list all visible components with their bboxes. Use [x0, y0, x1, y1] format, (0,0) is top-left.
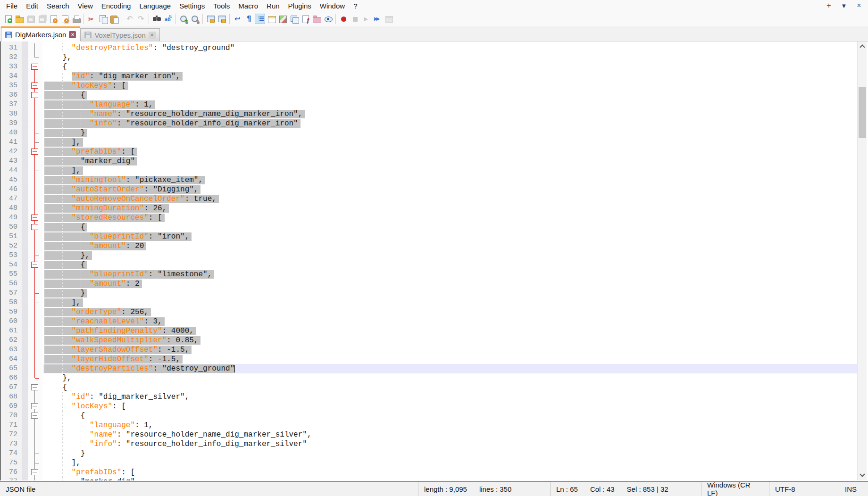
code-line[interactable]: ], — [43, 166, 857, 175]
close-tab-icon[interactable]: × — [149, 32, 156, 39]
zoom-out-button[interactable] — [190, 14, 200, 24]
code-line[interactable]: } — [43, 128, 857, 138]
menu-edit[interactable]: Edit — [22, 1, 42, 11]
find-button[interactable] — [151, 14, 162, 24]
sync-horizontal-button[interactable] — [217, 14, 227, 24]
code-line[interactable]: "reachableLevel": 3, — [43, 317, 857, 326]
macro-record-button[interactable] — [338, 14, 349, 24]
status-eol-format[interactable]: Windows (CR LF) — [701, 482, 769, 496]
code-line[interactable]: "id": "dig_marker_silver", — [43, 392, 857, 402]
close-all-button[interactable] — [59, 14, 70, 24]
code-line[interactable]: "miningDuration": 26, — [43, 204, 857, 213]
menu-view[interactable]: View — [74, 1, 97, 11]
close-button[interactable]: × — [855, 1, 863, 10]
document-list-button[interactable] — [289, 14, 299, 24]
fold-collapse-box-icon[interactable] — [31, 149, 38, 155]
word-wrap-button[interactable] — [232, 14, 242, 24]
zoom-in-button[interactable] — [178, 14, 189, 24]
code-line[interactable]: "info": "resource_holder_info_dig_marker… — [43, 439, 857, 449]
code-line[interactable]: "language": 1, — [43, 421, 857, 430]
menu-macro[interactable]: Macro — [234, 1, 262, 11]
code-line[interactable]: "autoStartOrder": "Digging", — [43, 185, 857, 194]
code-line[interactable]: "miningTool": "pickaxe_item", — [43, 175, 857, 185]
code-line[interactable]: "info": "resource_holder_info_dig_marker… — [43, 119, 857, 128]
new-file-button[interactable] — [3, 14, 13, 24]
status-encoding[interactable]: UTF-8 — [769, 482, 839, 496]
paste-button[interactable] — [109, 14, 119, 24]
undo-button[interactable] — [125, 14, 135, 24]
code-line[interactable]: ], — [43, 298, 857, 307]
code-line[interactable]: }, — [43, 53, 857, 62]
save-all-button[interactable] — [37, 14, 47, 24]
code-line[interactable]: "blueprintId": "limestone", — [43, 270, 857, 279]
code-line[interactable]: "pathfindingPenalty": 4000, — [43, 326, 857, 336]
vertical-scrollbar[interactable] — [857, 41, 867, 480]
monitoring-button[interactable] — [323, 14, 333, 24]
tab-list-dropdown-button[interactable]: ▼ — [840, 2, 848, 9]
cut-button[interactable] — [86, 14, 97, 24]
code-line[interactable]: "blueprintId": "iron", — [43, 232, 857, 241]
code-line[interactable]: } — [43, 449, 857, 458]
code-line[interactable]: "amount": 20 — [43, 241, 857, 251]
macro-play-button[interactable] — [361, 14, 371, 24]
menu-window[interactable]: Window — [316, 1, 349, 11]
code-line[interactable]: "name": "resource_holder_name_dig_marker… — [43, 430, 857, 439]
tab-voxeltypes-json[interactable]: VoxelTypes.json× — [80, 28, 159, 41]
code-line[interactable]: ], — [43, 458, 857, 468]
redo-button[interactable] — [136, 14, 146, 24]
fold-collapse-box-icon[interactable] — [31, 224, 38, 230]
code-line[interactable]: "layerHideOffset": -1.5, — [43, 355, 857, 364]
menu-search[interactable]: Search — [42, 1, 74, 11]
menu-run[interactable]: Run — [262, 1, 284, 11]
code-line[interactable]: "layerShadowOffset": -1.5, — [43, 345, 857, 355]
code-line[interactable]: }, — [43, 251, 857, 260]
code-line[interactable]: { — [43, 62, 857, 72]
code-line[interactable]: "locKeys": [ — [43, 81, 857, 91]
macro-stop-button[interactable] — [350, 14, 360, 24]
code-line[interactable]: "autoRemoveOnCancelOrder": true, — [43, 194, 857, 204]
code-line[interactable]: "marker_dig" — [43, 477, 857, 480]
code-line[interactable]: "storedResources": [ — [43, 213, 857, 223]
close-file-button[interactable] — [48, 14, 58, 24]
fold-collapse-box-icon[interactable] — [31, 403, 38, 409]
function-list-button[interactable] — [300, 14, 310, 24]
save-button[interactable] — [25, 14, 36, 24]
show-all-characters-button[interactable] — [243, 14, 254, 24]
fold-collapse-box-icon[interactable] — [31, 469, 38, 475]
code-line[interactable]: "walkSpeedMultiplier": 0.85, — [43, 336, 857, 345]
bookmark-margin[interactable] — [22, 41, 28, 480]
fold-collapse-box-icon[interactable] — [31, 83, 38, 89]
code-line[interactable]: { — [43, 411, 857, 421]
code-line[interactable]: "prefabIDs": [ — [43, 147, 857, 157]
code-line[interactable]: "name": "resource_holder_name_dig_marker… — [43, 109, 857, 119]
fold-collapse-box-icon[interactable] — [31, 262, 38, 268]
menu-language[interactable]: Language — [135, 1, 175, 11]
menu-settings[interactable]: Settings — [175, 1, 209, 11]
fold-collapse-box-icon[interactable] — [31, 413, 38, 419]
sync-vertical-button[interactable] — [205, 14, 216, 24]
document-map-button[interactable] — [277, 14, 288, 24]
new-tab-button[interactable]: + — [825, 1, 833, 10]
code-line[interactable]: "prefabIDs": [ — [43, 468, 857, 477]
editor[interactable]: 3132333435363738394041424344454647484950… — [0, 41, 857, 480]
folder-as-workspace-button[interactable] — [311, 14, 322, 24]
menu-plugins[interactable]: Plugins — [284, 1, 316, 11]
fold-margin[interactable] — [28, 41, 42, 480]
fold-collapse-box-icon[interactable] — [31, 384, 38, 390]
code-line[interactable]: "language": 1, — [43, 100, 857, 109]
code-line[interactable]: "amount": 2 — [43, 279, 857, 289]
user-defined-dialog-button[interactable] — [266, 14, 276, 24]
code-line[interactable]: "destroyParticles": "destroy_ground" — [43, 364, 857, 373]
code-line[interactable]: { — [43, 260, 857, 270]
scrollbar-thumb[interactable] — [859, 87, 866, 138]
tab-digmarkers-json[interactable]: DigMarkers.json× — [1, 26, 80, 41]
open-file-button[interactable] — [14, 14, 25, 24]
copy-button[interactable] — [98, 14, 108, 24]
code-line[interactable]: }, — [43, 373, 857, 383]
print-button[interactable] — [71, 14, 81, 24]
code-line[interactable]: { — [43, 383, 857, 392]
macro-save-button[interactable] — [384, 14, 394, 24]
code-line[interactable]: } — [43, 289, 857, 298]
code-line[interactable]: ], — [43, 138, 857, 147]
status-typing-mode[interactable]: INS — [839, 482, 868, 496]
